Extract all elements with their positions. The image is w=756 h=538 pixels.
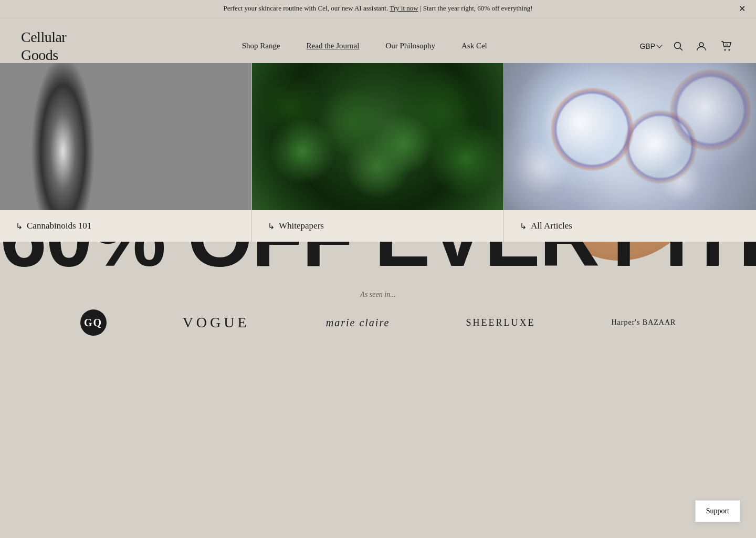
announcement-text: Perfect your skincare routine with Cel, …: [223, 4, 388, 12]
all-articles-image: [504, 63, 756, 210]
header-right: GBP 0: [639, 38, 735, 55]
main-nav: Shop Range Read the Journal Our Philosop…: [242, 42, 487, 50]
cart-button[interactable]: 0: [718, 38, 735, 55]
dropdown-item-cannabinoids[interactable]: ↳ Cannabinoids 101: [0, 63, 252, 242]
dropdown-label-whitepapers: ↳ Whitepapers: [252, 210, 503, 242]
search-icon[interactable]: [672, 40, 685, 53]
arrow-icon-3: ↳: [520, 221, 527, 231]
press-logos: GQ VOGUE marie claire SHEERLUXE Harper's…: [21, 309, 735, 336]
svg-text:0: 0: [726, 43, 728, 47]
announcement-bar: Perfect your skincare routine with Cel, …: [0, 0, 756, 17]
sheerluxe-logo: SHEERLUXE: [466, 317, 535, 328]
journal-dropdown: ↳ Cannabinoids 101 ↳ Whitepapers ↳ All A…: [0, 63, 756, 242]
logo[interactable]: Cellular Goods: [21, 28, 89, 64]
svg-point-0: [675, 42, 681, 48]
harpers-bazaar-logo: Harper's BAZAAR: [612, 318, 676, 327]
chevron-down-icon: [656, 42, 662, 48]
svg-line-1: [680, 48, 683, 50]
gq-logo: GQ: [80, 309, 107, 336]
svg-point-3: [724, 49, 726, 50]
currency-selector[interactable]: GBP: [639, 42, 662, 50]
as-seen-in-label: As seen in...: [21, 291, 735, 299]
dropdown-item-all-articles[interactable]: ↳ All Articles: [504, 63, 756, 242]
nav-ask-cel[interactable]: Ask Cel: [461, 42, 487, 50]
arrow-icon: ↳: [16, 221, 23, 231]
vogue-logo: VOGUE: [183, 314, 250, 331]
dropdown-label-cannabinoids: ↳ Cannabinoids 101: [0, 210, 251, 242]
as-seen-in-section: As seen in... GQ VOGUE marie claire SHEE…: [0, 275, 756, 351]
svg-point-2: [699, 43, 704, 47]
svg-point-4: [729, 49, 730, 50]
dropdown-label-all-articles: ↳ All Articles: [504, 210, 756, 242]
whitepapers-image: [252, 63, 503, 210]
cannabinoids-image: [0, 63, 251, 210]
announcement-link[interactable]: Try it now: [390, 4, 418, 12]
arrow-icon-2: ↳: [268, 221, 275, 231]
dropdown-item-whitepapers[interactable]: ↳ Whitepapers: [252, 63, 504, 242]
marie-claire-logo: marie claire: [326, 317, 390, 329]
account-icon[interactable]: [695, 40, 708, 53]
announcement-text-after: | Start the year right, 60% off everythi…: [420, 4, 533, 12]
announcement-close-button[interactable]: ✕: [739, 4, 746, 14]
nav-journal[interactable]: Read the Journal: [307, 42, 360, 50]
currency-label: GBP: [639, 42, 655, 50]
nav-philosophy[interactable]: Our Philosophy: [385, 42, 435, 50]
nav-shop-range[interactable]: Shop Range: [242, 42, 280, 50]
